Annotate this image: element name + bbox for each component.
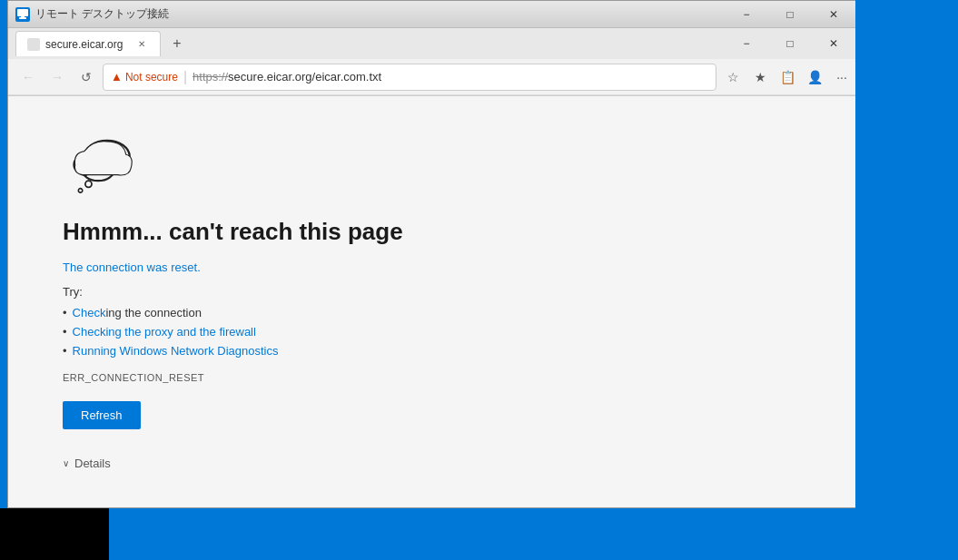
list-item-3: Running Windows Network Diagnostics — [63, 344, 807, 358]
error-list: Checking the connection Checking the pro… — [63, 306, 807, 358]
network-diagnostics-link[interactable]: Running Windows Network Diagnostics — [73, 344, 279, 358]
svg-point-9 — [85, 181, 92, 187]
address-separator: | — [183, 69, 187, 85]
toolbar-right-icons: ☆ ★ 📋 👤 ··· — [720, 64, 854, 90]
tab-favicon — [27, 38, 40, 51]
rdp-window: リモート デスクトップ接続 − □ ✕ secure.eicar.org ✕ +… — [7, 0, 863, 508]
favorites-btn[interactable]: ☆ — [720, 64, 746, 90]
back-btn[interactable]: ← — [15, 64, 41, 90]
rdp-minimize-btn[interactable]: − — [726, 5, 767, 25]
address-bar[interactable]: ▲ Not secure | https://secure.eicar.org/… — [103, 64, 716, 91]
error-try-label: Try: — [63, 285, 807, 299]
refresh-btn-toolbar[interactable]: ↺ — [74, 64, 99, 90]
tab-bar: secure.eicar.org ✕ + − □ ✕ — [8, 28, 862, 59]
rdp-titlebar: リモート デスクトップ接続 − □ ✕ — [8, 1, 862, 28]
svg-rect-0 — [17, 9, 28, 16]
chevron-icon: ∨ — [63, 458, 69, 468]
check-connection-link[interactable]: Checking the connection — [73, 306, 202, 319]
profile-btn[interactable]: 👤 — [802, 64, 827, 90]
browser-close-btn[interactable]: ✕ — [813, 34, 854, 54]
not-secure-badge: ▲ Not secure — [111, 70, 178, 84]
list-item-1-text: Checking the connection — [73, 306, 202, 319]
browser-minimize-btn[interactable]: − — [726, 34, 767, 54]
svg-rect-2 — [21, 16, 25, 17]
browser-chrome: secure.eicar.org ✕ + − □ ✕ ← → ↺ ▲ — [8, 28, 862, 96]
list-item-2: Checking the proxy and the firewall — [63, 325, 807, 339]
svg-point-10 — [78, 189, 82, 192]
toolbar: ← → ↺ ▲ Not secure | https://secure.eica… — [8, 59, 862, 95]
rdp-restore-btn[interactable]: □ — [769, 5, 811, 25]
rdp-controls: − □ ✕ — [726, 5, 854, 25]
notes-btn[interactable]: 📋 — [775, 64, 800, 90]
list-item-1: Checking the connection — [63, 306, 807, 319]
details-toggle[interactable]: ∨ Details — [63, 457, 807, 470]
url-text: https://secure.eicar.org/eicar.com.txt — [193, 70, 381, 84]
new-tab-btn[interactable]: + — [164, 31, 190, 56]
rdp-icon — [15, 7, 30, 22]
error-cloud-icon — [63, 133, 807, 200]
proxy-firewall-link[interactable]: Checking the proxy and the firewall — [73, 325, 256, 339]
error-subtext: The connection was reset. — [63, 260, 807, 274]
svg-rect-1 — [19, 17, 26, 19]
forward-btn[interactable]: → — [44, 64, 70, 90]
url-strikethrough: https:// — [193, 70, 228, 84]
desktop-bottom — [0, 508, 109, 560]
rdp-title: リモート デスクトップ接続 — [35, 6, 726, 22]
browser-restore-btn[interactable]: □ — [769, 34, 811, 54]
tab-close-btn[interactable]: ✕ — [134, 37, 149, 52]
active-tab[interactable]: secure.eicar.org ✕ — [15, 31, 161, 56]
collections-btn[interactable]: ★ — [747, 64, 773, 90]
browser-window-controls: − □ ✕ — [726, 34, 854, 54]
desktop-right — [855, 0, 958, 560]
error-code: ERR_CONNECTION_RESET — [63, 372, 807, 383]
tab-label: secure.eicar.org — [45, 38, 129, 51]
url-rest: secure.eicar.org/eicar.com.txt — [228, 70, 381, 84]
warning-icon: ▲ — [111, 70, 123, 84]
browser-content: Hmmm... can't reach this page The connec… — [8, 96, 862, 507]
browser-window: secure.eicar.org ✕ + − □ ✕ ← → ↺ ▲ — [8, 28, 862, 507]
menu-btn[interactable]: ··· — [829, 64, 854, 90]
not-secure-label: Not secure — [125, 71, 178, 84]
rdp-close-btn[interactable]: ✕ — [813, 5, 854, 25]
details-label: Details — [74, 457, 111, 470]
refresh-page-btn[interactable]: Refresh — [63, 401, 141, 429]
error-heading: Hmmm... can't reach this page — [63, 218, 807, 246]
